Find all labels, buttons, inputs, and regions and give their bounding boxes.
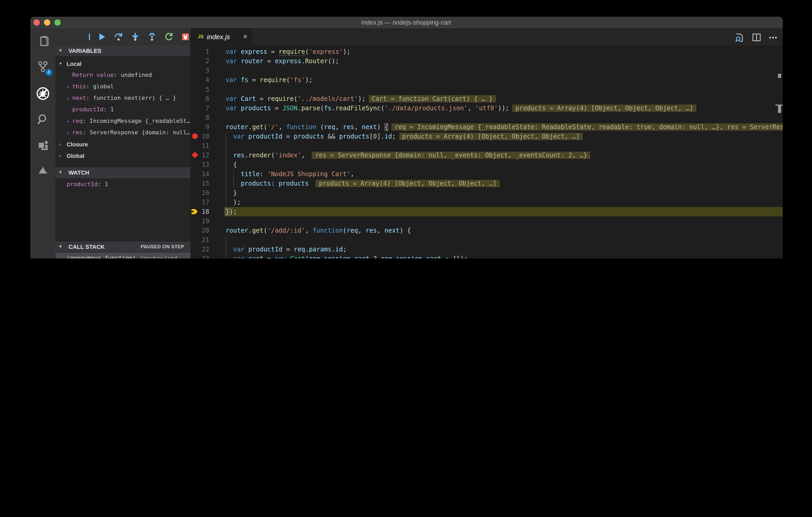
open-search-editor-icon[interactable] bbox=[735, 33, 744, 41]
window-title: index.js — nodejs-shopping-cart bbox=[30, 17, 782, 28]
overview-marker-box bbox=[778, 74, 781, 78]
debug-inline-value: products = Array(4) [Object, Object, Obj… bbox=[513, 104, 696, 112]
frame-file: .../routes/ind.. bbox=[129, 255, 184, 258]
variable-item[interactable]: ▹next: function next(err) { … } bbox=[55, 93, 191, 104]
watch-text: productId: 1 bbox=[66, 179, 108, 190]
variable-text: res: ServerResponse {domain: null… bbox=[72, 127, 190, 139]
debug-sidebar: ▾VARIABLES▾LocalReturn value: undefined▹… bbox=[55, 28, 191, 258]
twisty-icon: ▾ bbox=[59, 58, 61, 69]
watch-item[interactable]: productId: 1 bbox=[55, 179, 191, 190]
code-line: router.get('/add/:id', function(req, res… bbox=[226, 225, 411, 235]
debug-toolbar bbox=[55, 28, 191, 45]
line-number: 13 bbox=[191, 160, 209, 169]
variables-section-header[interactable]: ▾VARIABLES bbox=[55, 45, 191, 56]
disconnect-button[interactable] bbox=[182, 33, 189, 40]
explorer-icon[interactable] bbox=[37, 35, 49, 47]
twisty-icon: ▹ bbox=[59, 139, 62, 150]
code-line: var express = require('express'); bbox=[226, 47, 351, 56]
search-icon[interactable] bbox=[37, 113, 49, 125]
expand-icon: ▹ bbox=[67, 127, 69, 139]
call-stack-section-header-label: CALL STACK bbox=[68, 241, 105, 252]
line-number: 2 bbox=[191, 56, 209, 66]
variable-name: this bbox=[72, 83, 86, 90]
call-stack-frame[interactable]: (anonymous function).../routes/ind.. bbox=[55, 252, 191, 258]
code-line: var fs = require('fs'); bbox=[226, 75, 313, 84]
call-stack-section-header[interactable]: ▾CALL STACKPAUSED ON STEP bbox=[55, 241, 191, 252]
continue-play-button[interactable] bbox=[98, 33, 106, 40]
scm-badge: 4 bbox=[45, 69, 52, 75]
continue-button[interactable] bbox=[89, 33, 96, 40]
editor-tab-bar: JSindex.js✕ bbox=[191, 28, 782, 45]
code-line: var router = express.Router(); bbox=[226, 56, 339, 66]
variable-name: productId bbox=[72, 106, 103, 113]
variable-value: function next(err) { … } bbox=[93, 95, 176, 101]
debug-inline-value: products = Array(4) [Object, Object, Obj… bbox=[399, 132, 583, 140]
variable-name: next bbox=[72, 95, 86, 101]
code-line: { bbox=[226, 160, 237, 169]
variables-scope-local[interactable]: ▾Local bbox=[55, 58, 191, 69]
step-into-button[interactable] bbox=[132, 33, 138, 40]
screenshot-root: index.js — nodejs-shopping-cart 41 ▾VARI… bbox=[0, 0, 812, 258]
current-line-highlight bbox=[224, 207, 782, 216]
step-out-button[interactable] bbox=[149, 33, 155, 40]
watch-section-header[interactable]: ▾WATCH bbox=[55, 167, 191, 178]
tab-label: index.js bbox=[207, 28, 230, 45]
code-editor[interactable]: 1var express = require('express');2var r… bbox=[191, 45, 782, 258]
debug-icon[interactable] bbox=[36, 87, 50, 100]
split-editor-icon[interactable] bbox=[752, 33, 760, 41]
line-number: 20 bbox=[191, 225, 209, 235]
line-number: 18 bbox=[191, 207, 209, 216]
line-number: 22 bbox=[191, 244, 209, 254]
variable-value: 1 bbox=[110, 106, 114, 113]
line-number: 23 bbox=[191, 254, 209, 258]
restart-button[interactable] bbox=[165, 33, 172, 40]
tab-close-icon[interactable]: ✕ bbox=[243, 28, 248, 45]
expand-icon: ▹ bbox=[67, 81, 69, 93]
azure-icon[interactable] bbox=[37, 164, 49, 175]
expand-icon: ▹ bbox=[67, 116, 69, 127]
line-number: 17 bbox=[191, 197, 209, 207]
code-line: var productId = products && products[0].… bbox=[226, 131, 583, 141]
variable-item[interactable]: ▹this: global bbox=[55, 81, 191, 93]
variable-item[interactable]: Return value: undefined bbox=[55, 69, 191, 81]
variable-item[interactable]: ▹res: ServerResponse {domain: null… bbox=[55, 127, 191, 139]
vscode-window: index.js — nodejs-shopping-cart 41 ▾VARI… bbox=[30, 17, 782, 258]
line-number: 11 bbox=[191, 141, 209, 150]
code-line: var cart = new Cart(req.session.cart ? r… bbox=[226, 254, 468, 258]
step-over-button[interactable] bbox=[114, 33, 122, 40]
call-stack-list: (anonymous function).../routes/ind..hand… bbox=[55, 252, 191, 258]
variable-item[interactable]: ▹req: IncomingMessage {_readableSt… bbox=[55, 116, 191, 127]
code-line: } bbox=[226, 188, 237, 197]
variables-section-header-label: VARIABLES bbox=[68, 45, 102, 56]
code-line: var productId = req.params.id; bbox=[226, 244, 347, 254]
variable-value: IncomingMessage {_readableSt… bbox=[89, 118, 190, 124]
title-bar[interactable]: index.js — nodejs-shopping-cart bbox=[30, 17, 782, 28]
debug-inline-value: res = ServerResponse {domain: null, _eve… bbox=[312, 151, 590, 159]
editor-tab-indexjs[interactable]: JSindex.js✕ bbox=[191, 28, 253, 45]
code-line: }); bbox=[226, 207, 237, 216]
variables-scope-closure[interactable]: ▹Closure bbox=[55, 139, 191, 150]
code-line: products: products products = Array(4) [… bbox=[226, 179, 500, 188]
twisty-icon: ▾ bbox=[59, 45, 61, 56]
twisty-icon: ▹ bbox=[59, 150, 62, 161]
code-line: var Cart = require('../models/cart');Car… bbox=[226, 94, 496, 103]
variable-name: Return value bbox=[72, 71, 114, 79]
debug-inline-value: Cart = function Cart(cart) { … } bbox=[369, 95, 496, 102]
line-number: 19 bbox=[191, 216, 209, 225]
line-number: 21 bbox=[191, 235, 209, 244]
frame-location: .../routes/ind.. bbox=[129, 252, 184, 258]
line-number: 8 bbox=[191, 113, 209, 122]
watch-section-header-label: WATCH bbox=[68, 167, 89, 178]
line-number: 4 bbox=[191, 75, 209, 84]
editor-more-actions-icon[interactable] bbox=[769, 36, 777, 38]
variables-scope-global[interactable]: ▹Global bbox=[55, 150, 191, 161]
code-line: title: 'NodeJS Shopping Cart', bbox=[226, 169, 354, 179]
line-number: 7 bbox=[191, 103, 209, 113]
activity-bar: 41 bbox=[30, 28, 55, 258]
extensions-icon[interactable] bbox=[37, 139, 49, 151]
variable-value: undefined bbox=[121, 71, 152, 79]
variable-text: req: IncomingMessage {_readableSt… bbox=[72, 116, 190, 127]
code-line: ); bbox=[226, 197, 241, 207]
variable-item[interactable]: productId: 1 bbox=[55, 104, 191, 116]
variable-value: global bbox=[93, 83, 114, 90]
